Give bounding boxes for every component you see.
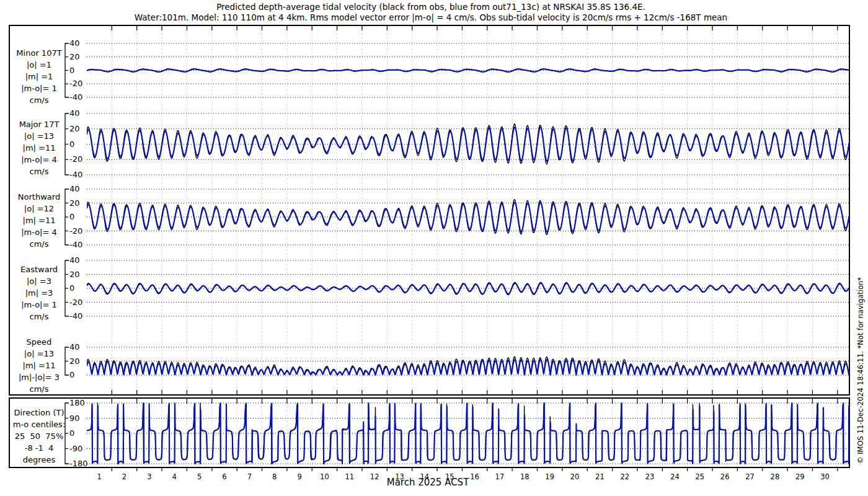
ytick-label: -40 [69, 311, 82, 321]
panel-label-line: Eastward [10, 264, 68, 275]
ytick-label: -20 [69, 226, 82, 236]
ytick-label: 90 [69, 414, 80, 423]
ytick-label: 0 [69, 212, 74, 222]
ytick-label: -20 [69, 79, 82, 89]
panel-label-line: |m-o|= 1 [10, 82, 68, 94]
panel-label-line: |m-o|= 4 [10, 154, 68, 166]
panel-label-line: |m| =11 [10, 215, 68, 226]
curve-obs-eastward [87, 283, 850, 295]
ytick-label: -40 [69, 170, 82, 180]
panel-label-line: Speed [10, 336, 68, 348]
ytick-label: -20 [69, 154, 82, 164]
panel-label-line: |m| =11 [10, 142, 68, 154]
panel-label-line: |o| =12 [10, 203, 68, 215]
day-label: 1 [87, 472, 112, 481]
day-label: 25 [688, 472, 712, 481]
day-label: 6 [212, 472, 237, 481]
day-label: 30 [813, 472, 838, 481]
day-label: 24 [662, 472, 687, 481]
plot-frame [9, 398, 849, 467]
day-label: 21 [587, 472, 612, 481]
ytick-label: 40 [69, 108, 80, 118]
day-label: 27 [738, 472, 763, 481]
tidal-velocity-figure: Predicted depth-average tidal velocity (… [0, 0, 868, 496]
panel-label-line: m-o centiles: [10, 418, 68, 430]
ytick-label: 0 [69, 428, 74, 438]
panel-label-line: |o| =1 [10, 59, 68, 71]
ytick-label: -40 [69, 240, 82, 250]
day-label: 3 [137, 472, 162, 481]
day-label: 20 [562, 472, 587, 481]
ytick-label: -90 [69, 444, 82, 454]
day-label: 26 [712, 472, 737, 481]
day-label: 23 [637, 472, 662, 481]
panel-label-line: -8 -1 4 [10, 442, 68, 454]
x-axis-title: March 2025 ACST [335, 477, 521, 488]
day-label: 10 [312, 472, 337, 481]
panel-label-line: |m| =11 [10, 360, 68, 371]
panel-label-line: degrees [10, 454, 68, 466]
day-label: 8 [262, 472, 287, 481]
ytick-label: 0 [69, 370, 74, 380]
panel-label-line: |m| =3 [10, 287, 68, 299]
day-label: 7 [237, 472, 262, 481]
panel-label-line: cm/s [10, 94, 68, 106]
ytick-label: -20 [69, 298, 82, 308]
day-label: 2 [112, 472, 137, 481]
panel-label-line: |o| =13 [10, 348, 68, 360]
panel-label-line: cm/s [10, 238, 68, 250]
ytick-label: 20 [69, 124, 80, 134]
day-label: 19 [538, 472, 562, 481]
day-label: 9 [287, 472, 312, 481]
ytick-label: 40 [69, 38, 80, 48]
ytick-label: 0 [69, 283, 74, 293]
day-label: 22 [613, 472, 637, 481]
panel-label-line: cm/s [10, 166, 68, 177]
panel-label-line: Major 17T [10, 118, 68, 130]
ytick-label: 20 [69, 270, 80, 280]
ytick-label: 40 [69, 255, 80, 265]
panel-label-line: cm/s [10, 311, 68, 322]
panel-label-line: |o| =13 [10, 130, 68, 142]
panel-label-line: |m-o|= 1 [10, 299, 68, 311]
panel-label-line: |m-o|= 4 [10, 226, 68, 238]
panel-label-line: |o| =3 [10, 275, 68, 287]
ytick-label: 20 [69, 356, 80, 366]
panel-label-line: Northward [10, 191, 68, 203]
ytick-label: 180 [69, 398, 85, 408]
panel-label-line: cm/s [10, 383, 68, 395]
ytick-label: -180 [69, 459, 88, 469]
credit-watermark: © IMOS 11-Dec-2024 18:46:11. *Not for na… [856, 277, 865, 464]
day-label: 5 [187, 472, 212, 481]
panel-label-line: 25 50 75% [10, 430, 68, 442]
panel-label-line: Direction (T) [10, 407, 68, 418]
ytick-label: 40 [69, 184, 80, 194]
panel-label-line: Minor 107T [10, 47, 68, 59]
ytick-label: 20 [69, 198, 80, 208]
day-label: 4 [162, 472, 187, 481]
day-label: 28 [763, 472, 787, 481]
ytick-label: -40 [69, 92, 82, 102]
ytick-label: 20 [69, 52, 80, 62]
panel-label-line: |m| =1 [10, 71, 68, 82]
ytick-label: 40 [69, 342, 80, 352]
day-label: 29 [787, 472, 812, 481]
plot-canvas [0, 0, 868, 496]
ytick-label: 0 [69, 140, 74, 149]
panel-label-line: |m|-|o|= 3 [10, 371, 68, 383]
curve-model-minor [87, 69, 850, 71]
ytick-label: 0 [69, 66, 74, 76]
